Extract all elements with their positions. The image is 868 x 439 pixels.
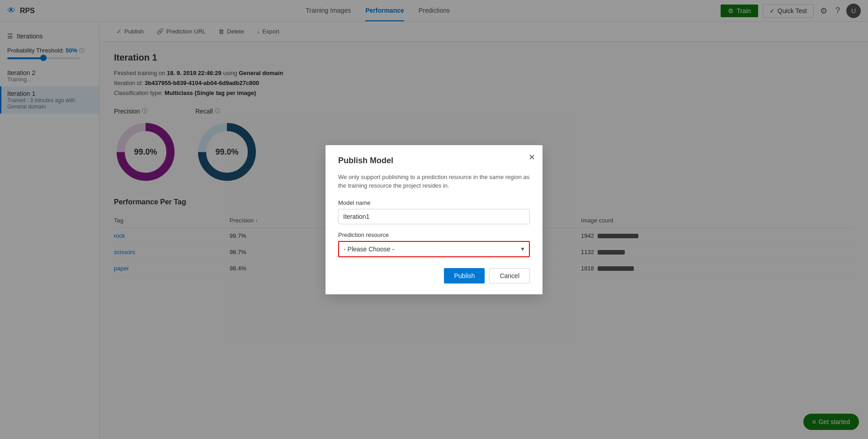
publish-modal: ✕ Publish Model We only support publishi…	[326, 145, 542, 294]
prediction-resource-label: Prediction resource	[338, 231, 530, 238]
modal-description: We only support publishing to a predicti…	[338, 173, 530, 190]
model-name-input[interactable]	[338, 209, 530, 224]
modal-cancel-button[interactable]: Cancel	[489, 268, 530, 283]
main-content: ✓ Publish 🔗 Prediction URL 🗑 Delete ↓ Ex…	[99, 22, 868, 439]
modal-overlay[interactable]: ✕ Publish Model We only support publishi…	[99, 22, 868, 439]
model-name-label: Model name	[338, 199, 530, 206]
model-name-field: Model name	[338, 199, 530, 224]
modal-actions: Publish Cancel	[338, 268, 530, 283]
layout: ☰ Iterations Probability Threshold: 50% …	[0, 22, 868, 439]
prediction-resource-select[interactable]: - Please Choose -	[338, 241, 530, 257]
modal-publish-button[interactable]: Publish	[444, 268, 485, 283]
prediction-resource-select-wrap: - Please Choose - ▼	[338, 241, 530, 257]
modal-title: Publish Model	[338, 156, 530, 165]
modal-close-button[interactable]: ✕	[528, 152, 535, 162]
prediction-resource-field: Prediction resource - Please Choose - ▼	[338, 231, 530, 257]
